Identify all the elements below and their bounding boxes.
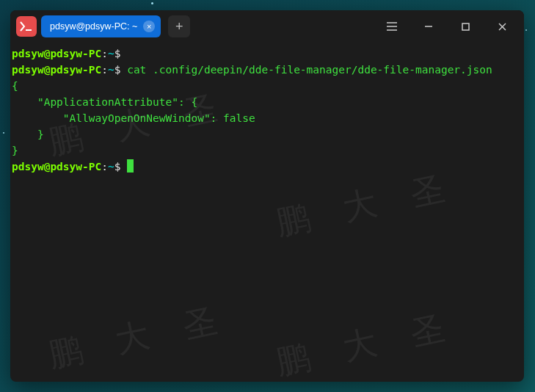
tab-active[interactable]: pdsyw@pdsyw-PC: ~ ×: [41, 15, 161, 37]
maximize-icon: [462, 23, 470, 31]
prompt-sep: :: [101, 161, 108, 173]
menu-button[interactable]: [376, 10, 408, 43]
plus-icon: +: [175, 20, 183, 33]
terminal-app-icon: [16, 16, 37, 37]
output-line: }: [10, 126, 524, 142]
output-line: "AllwayOpenOnNewWindow": false: [10, 110, 524, 126]
output-line: }: [10, 142, 524, 159]
tab-label: pdsyw@pdsyw-PC: ~: [50, 21, 137, 32]
command-text: cat .config/deepin/dde-file-manager/dde-…: [127, 64, 492, 76]
new-tab-button[interactable]: +: [168, 15, 190, 37]
watermark: 鹏 大 圣: [274, 178, 458, 232]
output-line: {: [10, 78, 524, 94]
prompt-symbol: $: [114, 48, 121, 59]
prompt-path: ~: [108, 161, 114, 173]
minimize-button[interactable]: [412, 10, 445, 43]
titlebar: pdsyw@pdsyw-PC: ~ × +: [10, 10, 524, 43]
prompt-path: ~: [108, 48, 114, 59]
prompt-user: pdsyw@pdsyw-PC: [12, 161, 101, 173]
hamburger-icon: [387, 22, 397, 31]
cursor: [127, 159, 134, 173]
close-icon: [498, 23, 506, 31]
minimize-icon: [424, 22, 433, 31]
prompt-line: pdsyw@pdsyw-PC:~$: [10, 159, 524, 175]
watermark: 鹏 大 圣: [47, 310, 230, 364]
output-line: "ApplicationAttribute": {: [10, 94, 524, 110]
terminal-body[interactable]: 鹏 大 圣 鹏 大 圣 鹏 大 圣 鹏 大 圣 pdsyw@pdsyw-PC:~…: [10, 43, 524, 382]
tab-close-button[interactable]: ×: [143, 21, 155, 32]
prompt-line: pdsyw@pdsyw-PC:~$: [10, 46, 524, 62]
maximize-button[interactable]: [449, 10, 481, 43]
close-icon: ×: [147, 23, 151, 31]
prompt-sep: :: [101, 48, 108, 59]
terminal-window: pdsyw@pdsyw-PC: ~ × + 鹏 大 圣 鹏 大 圣 鹏 大 圣 …: [10, 10, 524, 382]
prompt-user: pdsyw@pdsyw-PC: [12, 48, 101, 59]
close-button[interactable]: [486, 10, 518, 43]
prompt-path: ~: [108, 64, 114, 76]
prompt-user: pdsyw@pdsyw-PC: [12, 64, 101, 76]
watermark: 鹏 大 圣: [274, 317, 458, 371]
svg-rect-5: [462, 23, 469, 30]
prompt-sep: :: [101, 64, 108, 76]
prompt-line: pdsyw@pdsyw-PC:~$ cat .config/deepin/dde…: [10, 62, 524, 78]
